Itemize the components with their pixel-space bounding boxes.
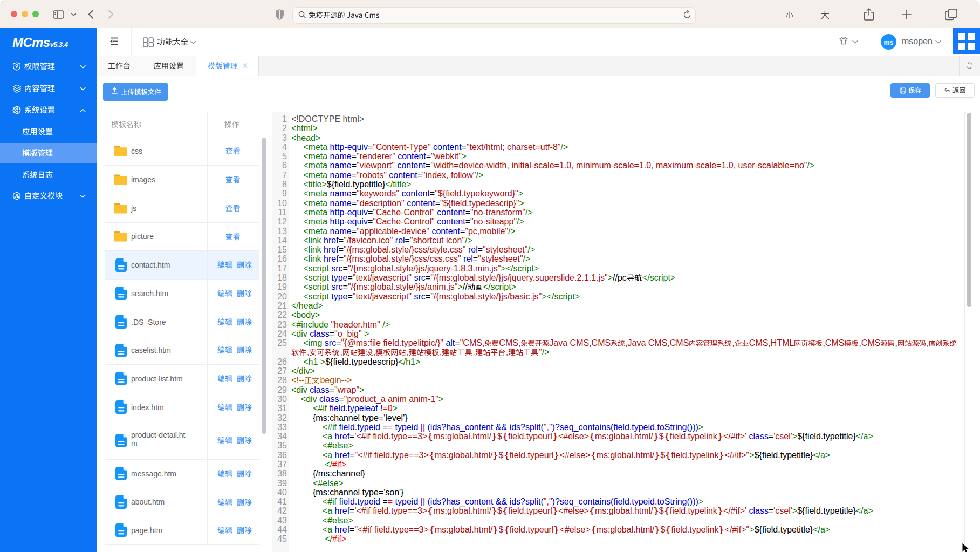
svg-text:ms: ms (883, 38, 893, 46)
